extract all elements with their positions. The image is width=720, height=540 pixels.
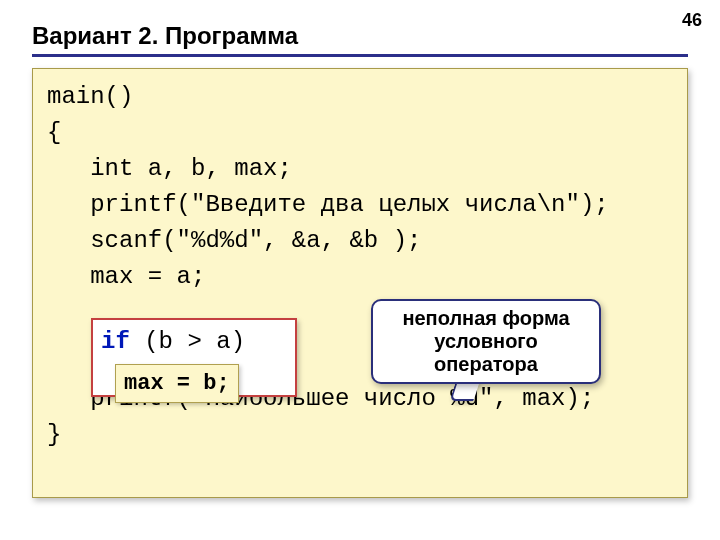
if-condition: (b > a)	[130, 328, 245, 355]
code-line-3: int a, b, max;	[47, 151, 673, 187]
code-line-4: printf("Введите два целых числа\n");	[47, 187, 673, 223]
code-line-2: {	[47, 115, 673, 151]
code-block: main() { int a, b, max; printf("Введите …	[32, 68, 688, 498]
callout-bubble: неполная форма условного оператора	[371, 299, 601, 384]
callout-line-1: неполная форма	[383, 307, 589, 330]
code-line-6: max = a;	[47, 259, 673, 295]
callout-line-3: оператора	[383, 353, 589, 376]
code-line-1: main()	[47, 79, 673, 115]
code-line-9: }	[47, 417, 673, 453]
title-underline	[32, 54, 688, 57]
page-number: 46	[682, 10, 702, 31]
code-line-5: scanf("%d%d", &a, &b );	[47, 223, 673, 259]
if-body-box: max = b;	[115, 364, 239, 403]
callout-line-2: условного	[383, 330, 589, 353]
if-keyword: if	[101, 328, 130, 355]
slide-title: Вариант 2. Программа	[32, 22, 298, 50]
if-highlight-box: if (b > a) max = b;	[91, 318, 297, 397]
if-condition-line: if (b > a)	[101, 324, 287, 360]
